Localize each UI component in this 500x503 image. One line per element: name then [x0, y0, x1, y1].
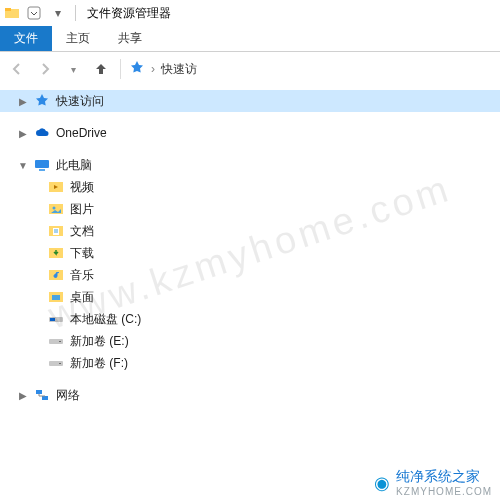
- up-button[interactable]: [90, 58, 112, 80]
- svg-rect-22: [36, 390, 42, 394]
- recent-dropdown[interactable]: ▾: [62, 58, 84, 80]
- tree-item-downloads[interactable]: ▶ 下载: [0, 242, 500, 264]
- tree-item-drive-e[interactable]: ▶ 新加卷 (E:): [0, 330, 500, 352]
- chevron-right-icon: ▶: [18, 128, 28, 139]
- tab-home-label: 主页: [66, 30, 90, 47]
- network-icon: [34, 387, 50, 403]
- svg-rect-4: [39, 169, 45, 171]
- tab-share[interactable]: 共享: [104, 26, 156, 51]
- svg-rect-19: [59, 341, 61, 342]
- monitor-icon: [34, 157, 50, 173]
- tree-quick-access[interactable]: ▶ 快速访问: [0, 90, 500, 112]
- tree-item-pictures[interactable]: ▶ 图片: [0, 198, 500, 220]
- tree-item-label: 文档: [70, 223, 94, 240]
- tree-item-label: 视频: [70, 179, 94, 196]
- svg-rect-3: [35, 160, 49, 168]
- drive-icon: [48, 355, 64, 371]
- svg-rect-23: [42, 396, 48, 400]
- folder-desktop-icon: [48, 289, 64, 305]
- tree-item-documents[interactable]: ▶ 文档: [0, 220, 500, 242]
- forward-button[interactable]: [34, 58, 56, 80]
- tree-item-videos[interactable]: ▶ 视频: [0, 176, 500, 198]
- navigation-tree: ▶ 快速访问 ▶ OneDrive ▼ 此电脑 ▶ 视频 ▶ 图片: [0, 86, 500, 410]
- tree-item-label: 图片: [70, 201, 94, 218]
- explorer-icon: [4, 5, 20, 21]
- tree-item-desktop[interactable]: ▶ 桌面: [0, 286, 500, 308]
- tree-item-drive-f[interactable]: ▶ 新加卷 (F:): [0, 352, 500, 374]
- tree-item-label: 网络: [56, 387, 80, 404]
- window-title: 文件资源管理器: [87, 5, 171, 22]
- tab-home[interactable]: 主页: [52, 26, 104, 51]
- navigation-bar: ▾ › 快速访: [0, 52, 500, 86]
- chevron-right-icon: ›: [151, 62, 155, 76]
- brand-subtext: KZMYHOME.COM: [396, 486, 492, 497]
- svg-rect-2: [28, 7, 40, 19]
- breadcrumb[interactable]: › 快速访: [129, 60, 197, 79]
- tree-item-label: 新加卷 (F:): [70, 355, 128, 372]
- brand-dot-icon: ◉: [374, 472, 390, 494]
- tree-onedrive[interactable]: ▶ OneDrive: [0, 122, 500, 144]
- tree-item-music[interactable]: ▶ 音乐: [0, 264, 500, 286]
- svg-rect-17: [50, 318, 55, 321]
- ribbon-tabs: 文件 主页 共享: [0, 26, 500, 52]
- star-icon: [129, 60, 145, 79]
- svg-rect-15: [52, 295, 60, 300]
- qat-caret[interactable]: ▾: [48, 3, 68, 23]
- folder-video-icon: [48, 179, 64, 195]
- back-button[interactable]: [6, 58, 28, 80]
- titlebar-separator: [75, 5, 76, 21]
- brand-text: 纯净系统之家: [396, 468, 492, 486]
- titlebar: ▾ 文件资源管理器: [0, 0, 500, 26]
- tree-item-label: 新加卷 (E:): [70, 333, 129, 350]
- chevron-down-icon: ▼: [18, 160, 28, 171]
- cloud-icon: [34, 125, 50, 141]
- breadcrumb-label: 快速访: [161, 61, 197, 78]
- folder-downloads-icon: [48, 245, 64, 261]
- watermark-brand: ◉ 纯净系统之家 KZMYHOME.COM: [374, 468, 492, 497]
- tree-item-label: OneDrive: [56, 126, 107, 140]
- file-tab[interactable]: 文件: [0, 26, 52, 51]
- chevron-right-icon: ▶: [18, 390, 28, 401]
- tree-network[interactable]: ▶ 网络: [0, 384, 500, 406]
- tree-item-label: 本地磁盘 (C:): [70, 311, 141, 328]
- folder-music-icon: [48, 267, 64, 283]
- chevron-right-icon: ▶: [18, 96, 28, 107]
- folder-pictures-icon: [48, 201, 64, 217]
- qat-dropdown[interactable]: [24, 3, 44, 23]
- tree-item-label: 此电脑: [56, 157, 92, 174]
- tree-item-label: 快速访问: [56, 93, 104, 110]
- folder-documents-icon: [48, 223, 64, 239]
- svg-point-7: [53, 207, 56, 210]
- tree-item-label: 音乐: [70, 267, 94, 284]
- tree-item-drive-c[interactable]: ▶ 本地磁盘 (C:): [0, 308, 500, 330]
- star-icon: [34, 93, 50, 109]
- svg-rect-1: [5, 8, 11, 11]
- tree-this-pc[interactable]: ▼ 此电脑: [0, 154, 500, 176]
- nav-separator: [120, 59, 121, 79]
- tab-share-label: 共享: [118, 30, 142, 47]
- tree-item-label: 桌面: [70, 289, 94, 306]
- file-tab-label: 文件: [14, 30, 38, 47]
- drive-icon: [48, 333, 64, 349]
- drive-windows-icon: [48, 311, 64, 327]
- svg-rect-21: [59, 363, 61, 364]
- tree-item-label: 下载: [70, 245, 94, 262]
